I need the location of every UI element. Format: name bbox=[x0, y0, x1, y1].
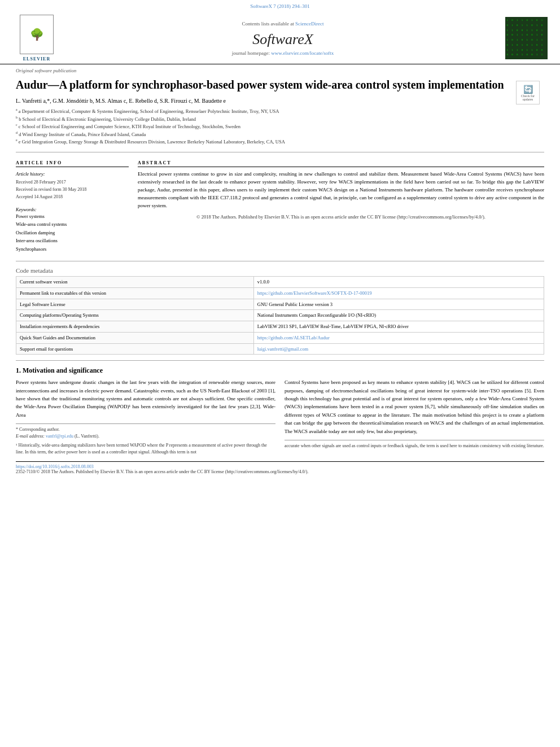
journal-homepage: journal homepage: www.elsevier.com/locat… bbox=[232, 50, 334, 56]
metadata-label: Permanent link to executables of this ve… bbox=[16, 287, 254, 299]
metadata-row: Quick Start Guides and Documentation htt… bbox=[16, 332, 544, 343]
metadata-value: GNU General Public License version 3 bbox=[253, 299, 544, 310]
email-link[interactable]: vanfrl@rpi.edu bbox=[46, 434, 73, 439]
metadata-value: v1.0.0 bbox=[253, 277, 544, 288]
abstract-text: Electrical power systems continue to gro… bbox=[138, 171, 544, 221]
article-info: ARTICLE INFO Article history: Received 2… bbox=[16, 160, 129, 253]
homepage-link[interactable]: www.elsevier.com/locate/softx bbox=[271, 50, 334, 56]
keywords-list: Power systems Wide-area control systems … bbox=[16, 212, 129, 253]
code-metadata-title: Code metadata bbox=[16, 267, 544, 274]
paper-title: Audur—A platform for synchrophasor-based… bbox=[16, 75, 510, 94]
doi-line: https://doi.org/10.1016/j.softx.2018.08.… bbox=[16, 464, 544, 469]
footnote-section: * Corresponding author. E-mail address: … bbox=[16, 423, 275, 456]
sciencedirect-link[interactable]: ScienceDirect bbox=[295, 21, 323, 27]
metadata-row: Permanent link to executables of this ve… bbox=[16, 287, 544, 299]
affil-a: a a Department of Electrical, Computer &… bbox=[16, 107, 510, 115]
metadata-link[interactable]: https://github.com/ALSETLab/Audur bbox=[257, 335, 330, 340]
footnote-right-text: accurate when other signals are used as … bbox=[285, 443, 544, 449]
metadata-row: Legal Software License GNU General Publi… bbox=[16, 299, 544, 310]
abstract-section: ABSTRACT Electrical power systems contin… bbox=[138, 160, 544, 253]
metadata-label: Current software version bbox=[16, 277, 254, 288]
section-divider bbox=[16, 152, 544, 152]
metadata-row: Support email for questions luigi.vanfre… bbox=[16, 343, 544, 355]
keywords-section: Keywords: Power systems Wide-area contro… bbox=[16, 207, 129, 253]
metadata-value: National Instruments Compact Reconfigura… bbox=[253, 310, 544, 321]
article-history: Article history: Received 28 February 20… bbox=[16, 171, 129, 201]
footnote-right: accurate when other signals are used as … bbox=[285, 440, 544, 449]
affil-d: d d Wind Energy Institute of Canada, Pri… bbox=[16, 130, 510, 138]
section1-right-text: Control Systems have been proposed as ke… bbox=[285, 378, 544, 435]
metadata-value: https://github.com/ALSETLab/Audur bbox=[253, 332, 544, 343]
metadata-row: Current software version v1.0.0 bbox=[16, 277, 544, 288]
metadata-label: Quick Start Guides and Documentation bbox=[16, 332, 254, 343]
metadata-link[interactable]: https://github.com/ElsevierSoftwareX/SOF… bbox=[257, 290, 372, 296]
metadata-label: Computing platforms/Operating Systems bbox=[16, 310, 254, 321]
divider-2 bbox=[16, 261, 544, 261]
divider-3 bbox=[16, 360, 544, 361]
elsevier-name: ELSEVIER bbox=[23, 56, 50, 62]
affil-e: e e Grid Integration Group, Energy Stora… bbox=[16, 138, 510, 146]
metadata-row: Computing platforms/Operating Systems Na… bbox=[16, 310, 544, 321]
journal-title: SoftwareX bbox=[252, 31, 313, 48]
section1-left-text: Power systems have undergone drastic cha… bbox=[16, 378, 275, 419]
doi-link[interactable]: https://doi.org/10.1016/j.softx.2018.08.… bbox=[16, 464, 94, 469]
section1-title: 1. Motivation and significance bbox=[16, 366, 544, 375]
footnote-email: E-mail address: vanfrl@rpi.edu (L. Vanfr… bbox=[16, 433, 275, 440]
matrix-decoration: 10110101 01011010 11001101 00110010 1010… bbox=[504, 15, 549, 62]
footnote-wapod: ¹ Historically, wide-area damping stabil… bbox=[16, 442, 275, 456]
publication-type: Original software publication bbox=[16, 64, 544, 75]
metadata-link[interactable]: luigi.vanfretti@gmail.com bbox=[257, 346, 308, 352]
authors-line: L. Vanfretti a,*, G.M. Jónsdóttir b, M.S… bbox=[16, 94, 510, 106]
info-abstract-section: ARTICLE INFO Article history: Received 2… bbox=[16, 157, 544, 256]
section1-left-col: Power systems have undergone drastic cha… bbox=[16, 378, 275, 456]
main-content: Original software publication Audur—A pl… bbox=[0, 64, 560, 474]
journal-reference: SoftwareX 7 (2018) 294–301 bbox=[0, 0, 560, 10]
section1-right-col: Control Systems have been proposed as ke… bbox=[285, 378, 544, 456]
metadata-table: Current software version v1.0.0 Permanen… bbox=[16, 276, 544, 355]
section1-body: Power systems have undergone drastic cha… bbox=[16, 378, 544, 456]
affil-c: c c School of Electrical Engineering and… bbox=[16, 123, 510, 130]
contents-available: Contents lists available at ScienceDirec… bbox=[242, 21, 324, 27]
journal-info: Contents lists available at ScienceDirec… bbox=[62, 15, 504, 62]
footer-section: https://doi.org/10.1016/j.softx.2018.08.… bbox=[16, 461, 544, 474]
title-row: Audur—A platform for synchrophasor-based… bbox=[16, 75, 544, 147]
check-updates-badge: 🔄 Check for updates bbox=[516, 81, 540, 104]
metadata-value: luigi.vanfretti@gmail.com bbox=[253, 343, 544, 355]
abstract-header: ABSTRACT bbox=[138, 160, 544, 167]
metadata-value: LabVIEW 2013 SP1, LabVIEW Real-Time, Lab… bbox=[253, 321, 544, 333]
affil-b: b b School of Electrical & Electronic En… bbox=[16, 115, 510, 123]
issn-line: 2352-7110/© 2018 The Authors. Published … bbox=[16, 469, 544, 474]
journal-header: 🌳 ELSEVIER Contents lists available at S… bbox=[0, 10, 560, 64]
metadata-label: Legal Software License bbox=[16, 299, 254, 310]
code-metadata-section: Code metadata Current software version v… bbox=[16, 267, 544, 355]
copyright-text: © 2018 The Authors. Published by Elsevie… bbox=[138, 213, 544, 221]
metadata-label: Installation requirements & dependencies bbox=[16, 321, 254, 333]
affiliations: a a Department of Electrical, Computer &… bbox=[16, 106, 510, 147]
metadata-row: Installation requirements & dependencies… bbox=[16, 321, 544, 333]
metadata-value: https://github.com/ElsevierSoftwareX/SOF… bbox=[253, 287, 544, 299]
metadata-label: Support email for questions bbox=[16, 343, 254, 355]
elsevier-logo: 🌳 ELSEVIER bbox=[11, 15, 62, 62]
footnote-corresponding: * Corresponding author. bbox=[16, 426, 275, 433]
article-info-header: ARTICLE INFO bbox=[16, 160, 129, 167]
